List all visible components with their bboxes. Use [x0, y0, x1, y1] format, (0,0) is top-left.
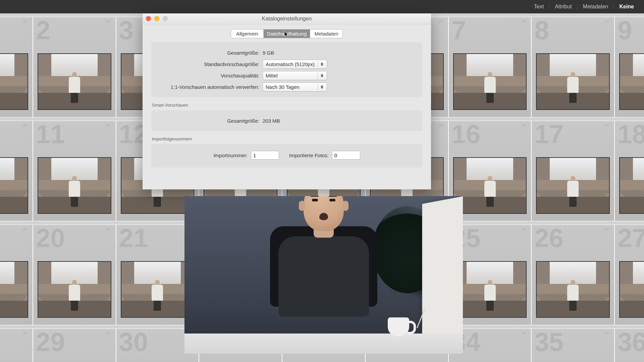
library-filter-bar: TextAttributMetadatenKeine: [0, 0, 644, 13]
discard-1to1-select[interactable]: Nach 30 Tagen: [263, 82, 327, 92]
thumbnail-image[interactable]: [454, 158, 526, 213]
tab-dateihandhabung[interactable]: Dateihandhabung: [264, 29, 310, 38]
flag-icon[interactable]: [521, 228, 528, 234]
smart-total-size-value: 203 MB: [263, 118, 280, 124]
thumbnail-image[interactable]: [537, 54, 609, 109]
cell-index: 21: [119, 225, 148, 253]
grid-cell[interactable]: 18: [614, 121, 644, 221]
cell-index: 8: [534, 17, 549, 46]
preview-quality-select[interactable]: Mittel: [263, 71, 327, 80]
thumbnail-image[interactable]: [620, 158, 644, 213]
separator: [613, 4, 614, 9]
flag-icon[interactable]: [521, 331, 528, 338]
grid-cell[interactable]: 2: [33, 17, 116, 117]
flag-icon[interactable]: [106, 331, 112, 338]
thumbnail-image[interactable]: [537, 158, 609, 213]
flag-icon[interactable]: [438, 20, 445, 26]
imported-photos-label: Importierte Fotos:: [289, 153, 329, 158]
dialog-title: Katalogeinstellungen: [262, 16, 312, 22]
tab-allgemein[interactable]: Allgemein: [231, 29, 264, 38]
cell-index: 7: [451, 17, 466, 46]
cell-index: 36: [618, 328, 644, 357]
flag-icon[interactable]: [521, 20, 528, 26]
catalog-settings-dialog: Katalogeinstellungen AllgemeinDateihandh…: [143, 13, 431, 189]
preview-quality-label: Vorschauqualität:: [159, 73, 263, 78]
thumbnail-image[interactable]: [0, 262, 28, 317]
filter-attribut[interactable]: Attribut: [553, 4, 574, 10]
cell-index: 35: [534, 328, 564, 357]
cell-index: 30: [119, 328, 148, 357]
thumbnail-image[interactable]: [454, 54, 526, 109]
cell-index: 16: [451, 121, 481, 149]
grid-cell[interactable]: 8: [531, 17, 614, 117]
thumbnail-image[interactable]: [537, 262, 609, 317]
standard-preview-size-select[interactable]: Automatisch (5120px): [263, 60, 327, 69]
filter-metadaten[interactable]: Metadaten: [581, 4, 610, 10]
grid-cell[interactable]: 9: [614, 17, 644, 117]
dialog-tabs: AllgemeinDateihandhabungMetadaten: [231, 29, 343, 38]
flag-icon[interactable]: [604, 228, 611, 234]
flag-icon[interactable]: [22, 20, 29, 26]
thumbnail-image[interactable]: [620, 54, 644, 109]
window-close-button[interactable]: [146, 16, 151, 21]
flag-icon[interactable]: [438, 124, 445, 130]
grid-cell[interactable]: 19: [0, 225, 33, 325]
flag-icon[interactable]: [604, 124, 611, 130]
flag-icon[interactable]: [106, 20, 112, 26]
dialog-titlebar[interactable]: Katalogeinstellungen: [143, 13, 431, 24]
section-import-sequence: Importnummer: Importierte Fotos:: [151, 144, 422, 168]
thumbnail-image[interactable]: [38, 158, 111, 213]
flag-icon[interactable]: [106, 124, 112, 130]
grid-cell[interactable]: 35: [531, 328, 614, 362]
cell-index: 20: [36, 225, 65, 253]
cell-index: 18: [618, 121, 644, 149]
grid-cell[interactable]: 27: [614, 225, 644, 325]
thumbnail-image[interactable]: [0, 158, 28, 213]
cell-index: 2: [36, 17, 50, 46]
thumbnail-image[interactable]: [0, 54, 28, 109]
filter-keine[interactable]: Keine: [617, 4, 636, 10]
flag-icon[interactable]: [22, 331, 29, 338]
grid-cell[interactable]: 20: [33, 225, 116, 325]
separator: [549, 4, 549, 9]
thumbnail-image[interactable]: [38, 54, 111, 109]
grid-cell[interactable]: 10: [0, 121, 33, 221]
imported-photos-input[interactable]: [332, 151, 360, 160]
tab-metadaten[interactable]: Metadaten: [310, 29, 342, 38]
stepper-icon: [318, 61, 325, 67]
window-zoom-button: [163, 16, 168, 21]
total-size-value: 9 GB: [263, 50, 274, 56]
thumbnail-image[interactable]: [121, 262, 194, 317]
grid-cell[interactable]: 29: [33, 328, 116, 362]
flag-icon[interactable]: [521, 124, 528, 130]
smart-total-size-label: Gesamtgröße:: [159, 118, 263, 124]
grid-cell[interactable]: 28: [0, 328, 33, 362]
discard-1to1-label: 1:1-Vorschauen automatisch verwerfen:: [159, 84, 263, 90]
cell-index: 11: [36, 121, 65, 149]
grid-cell[interactable]: 17: [531, 121, 614, 221]
grid-cell[interactable]: 11: [33, 121, 116, 221]
filter-text[interactable]: Text: [532, 4, 546, 10]
flag-icon[interactable]: [106, 228, 112, 234]
grid-cell[interactable]: 26: [531, 225, 614, 325]
select-value: Nach 30 Tagen: [266, 84, 300, 90]
thumbnail-image[interactable]: [620, 262, 644, 317]
flag-icon[interactable]: [604, 331, 611, 338]
import-sequence-heading: Importfolgenummern: [152, 136, 422, 141]
import-number-input[interactable]: [251, 151, 279, 160]
grid-cell[interactable]: 1: [0, 17, 33, 117]
cell-index: 9: [618, 17, 632, 46]
flag-icon[interactable]: [22, 228, 29, 234]
stepper-icon: [318, 72, 325, 79]
grid-cell[interactable]: 7: [448, 17, 532, 117]
cell-index: 17: [534, 121, 564, 149]
thumbnail-image[interactable]: [38, 262, 111, 317]
window-minimize-button[interactable]: [154, 16, 159, 21]
thumbnail-image[interactable]: [454, 262, 526, 317]
flag-icon[interactable]: [22, 124, 29, 130]
flag-icon[interactable]: [604, 20, 611, 26]
cell-index: 27: [618, 225, 644, 253]
separator: [577, 4, 578, 9]
grid-cell[interactable]: 36: [614, 328, 644, 362]
standard-preview-size-label: Standardvorschaugröße:: [159, 61, 263, 67]
